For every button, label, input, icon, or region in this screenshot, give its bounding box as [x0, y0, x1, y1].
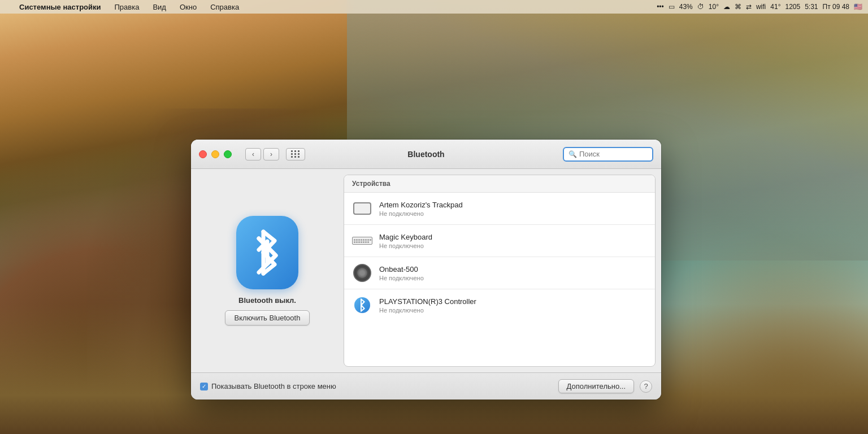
traffic-lights [199, 150, 232, 158]
show-bluetooth-label: Показывать Bluetooth в строке меню [211, 382, 336, 390]
menubar-right: ••• ▭ 43% ⏱ 10° ☁ ⌘ ⇄ wifi 41° 1205 5:31… [657, 3, 862, 11]
nav-buttons: ‹ › [245, 148, 279, 160]
left-panel: Bluetooth выкл. Включить Bluetooth [191, 169, 344, 372]
status-dots: ••• [657, 3, 664, 11]
ps3-icon [352, 295, 372, 315]
battery-percent: 43% [679, 3, 693, 11]
screen-icon: ▭ [669, 3, 675, 11]
device-info: Onbeat-500 Не подключено [379, 265, 424, 281]
titlebar: ‹ › Bluetooth 🔍 [191, 140, 661, 169]
bluetooth-icon-container [236, 216, 298, 289]
right-panel: Устройства Artem Kozoriz's Trackpad Не п… [344, 169, 661, 372]
grid-view-button[interactable] [286, 148, 305, 160]
trackpad-icon [352, 198, 372, 219]
menu-vid[interactable]: Вид [150, 3, 168, 11]
search-icon: 🔍 [568, 150, 577, 158]
bluetooth-status-text: Bluetooth выкл. [238, 296, 296, 305]
menubar-left: Системные настройки Правка Вид Окно Спра… [6, 3, 241, 11]
battery-time: 5:31 [805, 3, 818, 11]
temperature: 10° [709, 3, 719, 11]
advanced-button[interactable]: Дополнительно... [558, 379, 634, 393]
show-bluetooth-checkbox[interactable]: ✓ Показывать Bluetooth в строке меню [200, 382, 336, 390]
device-item[interactable]: Artem Kozoriz's Trackpad Не подключено [344, 193, 655, 225]
search-box[interactable]: 🔍 [563, 147, 653, 162]
menubar: Системные настройки Правка Вид Окно Спра… [0, 0, 868, 14]
window-title: Bluetooth [407, 150, 444, 159]
device-status: Не подключено [379, 210, 463, 217]
ps3-bluetooth-symbol [357, 298, 368, 313]
clock-icon: ⏱ [697, 3, 704, 11]
calendar-num2: 1205 [785, 3, 800, 11]
device-item[interactable]: PLAYSTATION(R)3 Controller Не подключено [344, 289, 655, 321]
device-info: Artem Kozoriz's Trackpad Не подключено [379, 201, 463, 217]
bluetooth-icon-bg [236, 216, 298, 289]
grid-dots-icon [291, 150, 300, 158]
flag-icon: 🇺🇸 [854, 3, 862, 11]
device-status: Не подключено [379, 242, 432, 249]
device-name: Onbeat-500 [379, 265, 424, 274]
close-button[interactable] [199, 150, 207, 158]
keyboard-icon [352, 231, 372, 251]
devices-header: Устройства [344, 175, 655, 193]
maximize-button[interactable] [224, 150, 232, 158]
device-status: Не подключено [379, 275, 424, 281]
bottom-bar: ✓ Показывать Bluetooth в строке меню Доп… [191, 372, 661, 400]
window-content: Bluetooth выкл. Включить Bluetooth Устро… [191, 169, 661, 372]
search-input[interactable] [579, 150, 647, 158]
wifi-icon[interactable]: wifi [756, 3, 766, 11]
checkbox-icon[interactable]: ✓ [200, 383, 208, 390]
enable-bluetooth-button[interactable]: Включить Bluetooth [225, 310, 310, 326]
device-info: Magic Keyboard Не подключено [379, 233, 432, 249]
arrow-icon: ⇄ [746, 3, 752, 11]
menu-okno[interactable]: Окно [177, 3, 199, 11]
devices-container: Устройства Artem Kozoriz's Trackpad Не п… [344, 175, 656, 367]
device-status: Не подключено [379, 307, 476, 314]
device-info: PLAYSTATION(R)3 Controller Не подключено [379, 297, 476, 314]
minimize-button[interactable] [211, 150, 219, 158]
bluetooth-window: ‹ › Bluetooth 🔍 [191, 140, 661, 400]
menu-pravka[interactable]: Правка [112, 3, 142, 11]
bluetooth-menu-icon[interactable]: ⌘ [735, 3, 741, 11]
device-name: Artem Kozoriz's Trackpad [379, 201, 463, 209]
device-item[interactable]: Magic Keyboard Не подключено [344, 225, 655, 257]
device-item[interactable]: Onbeat-500 Не подключено [344, 257, 655, 289]
menu-spravka[interactable]: Справка [208, 3, 241, 11]
device-name: PLAYSTATION(R)3 Controller [379, 297, 476, 306]
forward-button[interactable]: › [263, 148, 279, 160]
help-button[interactable]: ? [640, 380, 652, 393]
app-menu-name[interactable]: Системные настройки [17, 3, 103, 11]
day-time: Пт 09 48 [823, 3, 849, 11]
speaker-icon [352, 263, 372, 283]
back-button[interactable]: ‹ [245, 148, 261, 160]
calendar-num: 41° [770, 3, 780, 11]
cloud-icon: ☁ [723, 3, 730, 11]
device-name: Magic Keyboard [379, 233, 432, 241]
bluetooth-symbol [248, 227, 287, 278]
